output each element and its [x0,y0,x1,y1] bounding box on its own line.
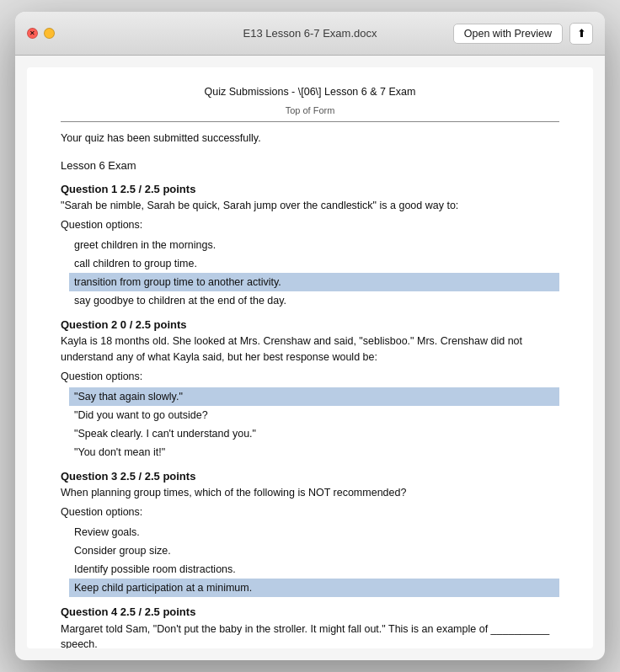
question-3-header: Question 3 2.5 / 2.5 points [61,468,559,485]
question-3-option-1: Review goals. [69,523,559,541]
main-window: ✕ E13 Lesson 6-7 Exam.docx Open with Pre… [15,12,605,660]
question-4-header: Question 4 2.5 / 2.5 points [61,604,559,621]
question-1-option-1: greet children in the mornings. [69,236,559,254]
close-icon: ✕ [29,29,35,37]
traffic-lights: ✕ [27,28,55,39]
question-3-options-label: Question options: [61,504,559,520]
question-1: Question 1 2.5 / 2.5 points"Sarah be nim… [61,181,559,310]
question-2-option-2: "Did you want to go outside? [69,406,559,424]
question-2-option-3: "Speak clearly. I can't understand you." [69,424,559,443]
question-2-option-1: "Say that again slowly." [69,387,559,406]
question-1-option-3: transition from group time to another ac… [69,273,559,291]
question-3-option-2: Consider group size. [69,541,559,560]
question-2-header: Question 2 0 / 2.5 points [61,317,559,333]
share-button[interactable]: ⬆ [569,23,593,45]
content-area: Quiz Submissions - \[06\] Lesson 6 & 7 E… [27,67,593,648]
quiz-header-title: Quiz Submissions - \[06\] Lesson 6 & 7 E… [61,84,559,100]
titlebar-actions: Open with Preview ⬆ [453,23,593,45]
quiz-header: Quiz Submissions - \[06\] Lesson 6 & 7 E… [61,84,559,100]
top-of-form: Top of Form [61,104,559,122]
questions-container: Question 1 2.5 / 2.5 points"Sarah be nim… [61,181,559,648]
question-2-text: Kayla is 18 months old. She looked at Mr… [61,333,559,365]
question-1-options-label: Question options: [61,217,559,233]
question-2: Question 2 0 / 2.5 pointsKayla is 18 mon… [61,317,559,461]
question-3-option-3: Identify possible room distractions. [69,560,559,579]
window-title: E13 Lesson 6-7 Exam.docx [243,27,377,40]
question-3-text: When planning group times, which of the … [61,485,559,501]
minimize-button[interactable] [44,28,55,39]
question-4-text: Margaret told Sam, "Don't put the baby i… [61,621,559,648]
question-1-text: "Sarah be nimble, Sarah be quick, Sarah … [61,198,559,214]
titlebar: ✕ E13 Lesson 6-7 Exam.docx Open with Pre… [15,12,605,56]
close-button[interactable]: ✕ [27,28,38,39]
question-3: Question 3 2.5 / 2.5 pointsWhen planning… [61,468,559,597]
question-1-option-4: say goodbye to children at the end of th… [69,291,559,310]
question-1-header: Question 1 2.5 / 2.5 points [61,181,559,198]
share-icon: ⬆ [577,27,586,40]
question-4: Question 4 2.5 / 2.5 pointsMargaret told… [61,604,559,648]
question-2-options-label: Question options: [61,369,559,385]
section-title: Lesson 6 Exam [61,157,559,174]
question-2-option-4: "You don't mean it!" [69,443,559,461]
question-1-option-2: call children to group time. [69,254,559,273]
question-3-option-4: Keep child participation at a minimum. [69,579,559,597]
success-message: Your quiz has been submitted successfull… [61,131,559,147]
open-preview-button[interactable]: Open with Preview [453,24,563,44]
